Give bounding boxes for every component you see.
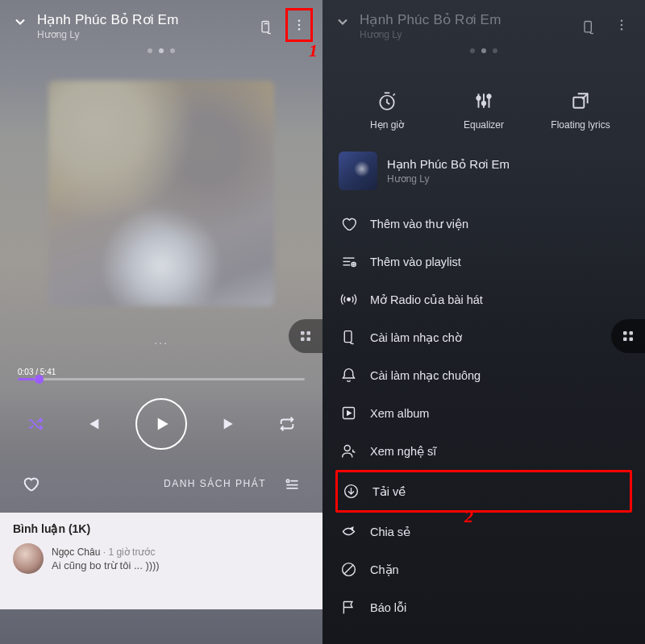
ringtone-icon[interactable] (577, 16, 600, 39)
svg-rect-39 (623, 338, 627, 342)
download-highlight: Tải về (335, 470, 632, 513)
svg-rect-7 (307, 338, 311, 342)
header-actions (255, 13, 310, 42)
menu-add-playlist[interactable]: Thêm vào playlist (322, 243, 645, 280)
svg-point-1 (298, 19, 301, 22)
svg-point-21 (482, 102, 485, 105)
menu-open-radio[interactable]: Mở Radio của bài hát (322, 280, 645, 318)
annotation-1: 1 (309, 40, 318, 61)
mini-song: Hạnh Phúc Bỏ Rơi Em Hương Ly (339, 152, 629, 190)
now-playing-panel: Hạnh Phúc Bỏ Rơi Em Hương Ly 1 ... 0:03 … (0, 0, 322, 644)
song-artist: Hương Ly (37, 29, 255, 40)
collapse-icon[interactable] (11, 13, 29, 31)
progress-thumb[interactable] (35, 375, 44, 384)
header: Hạnh Phúc Bỏ Rơi Em Hương Ly (0, 0, 322, 47)
menu-download[interactable]: Tải về (338, 472, 630, 510)
header: Hạnh Phúc Bỏ Rơi Em Hương Ly (322, 0, 645, 47)
comments-section[interactable]: Bình luận (1K) Ngọc Châu · 1 giờ trước A… (0, 513, 322, 609)
menu-view-album[interactable]: Xem album (322, 394, 645, 432)
avatar (13, 543, 44, 574)
svg-point-30 (347, 298, 351, 301)
options-sheet-panel: Hạnh Phúc Bỏ Rơi Em Hương Ly Hẹn giờ Equ… (322, 0, 645, 644)
queue-button[interactable] (277, 469, 306, 498)
menu-share[interactable]: Chia sẻ (322, 513, 645, 551)
menu-report[interactable]: Báo lỗi (322, 588, 645, 626)
svg-rect-40 (630, 338, 634, 342)
svg-rect-31 (344, 331, 352, 343)
comments-title: Bình luận (1K) (13, 522, 310, 535)
svg-rect-12 (585, 22, 591, 32)
song-artist: Hương Ly (360, 29, 577, 40)
svg-rect-0 (262, 22, 268, 32)
svg-point-13 (621, 19, 623, 22)
comment-meta: Ngọc Châu · 1 giờ trước (52, 546, 310, 558)
next-button[interactable] (215, 409, 244, 438)
svg-rect-37 (623, 331, 627, 335)
mini-artist: Hương Ly (387, 173, 510, 185)
page-indicator (0, 48, 322, 53)
progress-bar[interactable] (18, 378, 305, 380)
annotation-2: 2 (464, 506, 473, 527)
shuffle-button[interactable] (21, 409, 50, 438)
svg-line-36 (344, 565, 353, 574)
repeat-button[interactable] (273, 409, 302, 438)
playback-controls (21, 398, 302, 450)
svg-rect-38 (630, 331, 634, 335)
svg-point-3 (298, 28, 301, 31)
play-button[interactable] (135, 398, 187, 450)
timer-button[interactable]: Hẹn giờ (347, 90, 427, 131)
mini-title: Hạnh Phúc Bỏ Rơi Em (387, 157, 510, 172)
menu-block[interactable]: Chặn (322, 551, 645, 588)
options-menu: Thêm vào thư viện Thêm vào playlist Mở R… (322, 205, 645, 626)
ringtone-icon[interactable] (255, 16, 277, 39)
favorite-button[interactable] (16, 469, 45, 498)
time-label: 0:03 / 5:41 (18, 368, 305, 376)
grid-button[interactable] (289, 319, 322, 353)
more-menu-icon[interactable] (610, 14, 633, 36)
menu-add-library[interactable]: Thêm vào thư viện (322, 205, 645, 243)
song-title: Hạnh Phúc Bỏ Rơi Em (37, 11, 255, 28)
svg-rect-6 (301, 338, 305, 342)
grid-button[interactable] (611, 319, 645, 353)
previous-button[interactable] (78, 409, 107, 438)
menu-view-artist[interactable]: Xem nghệ sĩ (322, 432, 645, 470)
kebab-highlight (285, 8, 313, 42)
svg-rect-4 (301, 331, 305, 335)
svg-point-2 (298, 24, 301, 27)
more-menu-icon[interactable] (288, 14, 310, 36)
svg-point-14 (621, 24, 623, 27)
progress[interactable]: 0:03 / 5:41 (18, 368, 305, 380)
top-actions: Hẹn giờ Equalizer Floating lyrics (339, 90, 629, 131)
menu-set-ringtone[interactable]: Cài làm nhạc chuông (322, 356, 645, 394)
floating-lyrics-button[interactable]: Floating lyrics (540, 90, 621, 131)
svg-point-15 (621, 28, 623, 31)
svg-point-22 (487, 94, 490, 98)
lyrics-placeholder: ... (0, 334, 322, 347)
comment-item[interactable]: Ngọc Châu · 1 giờ trước Ai cũng bo trừ t… (13, 543, 310, 574)
mini-art (339, 152, 377, 190)
collapse-icon[interactable] (334, 13, 352, 31)
svg-point-33 (344, 446, 350, 451)
svg-point-20 (476, 97, 480, 100)
equalizer-button[interactable]: Equalizer (443, 90, 524, 131)
menu-set-ringback[interactable]: Cài làm nhạc chờ (322, 318, 645, 356)
secondary-row: DANH SÁCH PHÁT (16, 469, 306, 498)
svg-rect-5 (307, 331, 311, 335)
comment-text: Ai cũng bo trừ tôi ... )))) (52, 559, 310, 571)
playlist-label[interactable]: DANH SÁCH PHÁT (164, 478, 266, 489)
svg-point-8 (286, 480, 289, 482)
song-title: Hạnh Phúc Bỏ Rơi Em (360, 11, 577, 28)
album-art[interactable] (48, 81, 274, 306)
title-block: Hạnh Phúc Bỏ Rơi Em Hương Ly (37, 11, 255, 40)
